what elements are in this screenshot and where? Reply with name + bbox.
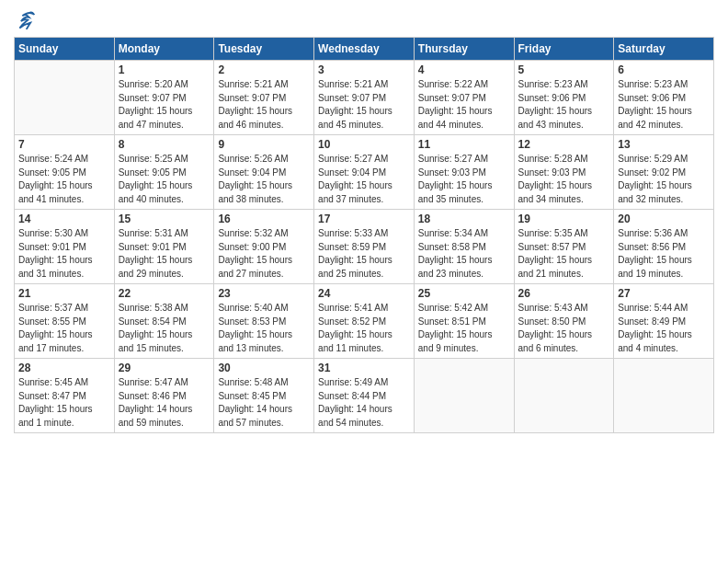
header — [14, 9, 714, 29]
day-number: 14 — [18, 213, 110, 225]
day-number: 26 — [518, 287, 610, 300]
day-info: Sunrise: 5:32 AM Sunset: 9:00 PM Dayligh… — [218, 227, 310, 281]
day-info: Sunrise: 5:33 AM Sunset: 8:59 PM Dayligh… — [318, 227, 410, 281]
day-number: 28 — [18, 362, 110, 374]
day-info: Sunrise: 5:31 AM Sunset: 9:01 PM Dayligh… — [119, 227, 210, 281]
day-number: 25 — [418, 287, 510, 300]
day-info: Sunrise: 5:37 AM Sunset: 8:55 PM Dayligh… — [18, 302, 110, 355]
day-number: 5 — [518, 63, 610, 76]
day-info: Sunrise: 5:20 AM Sunset: 9:07 PM Dayligh… — [119, 78, 210, 132]
day-number: 1 — [119, 63, 210, 76]
weekday-header-thursday: Thursday — [414, 38, 514, 61]
calendar-cell: 29Sunrise: 5:47 AM Sunset: 8:46 PM Dayli… — [114, 359, 214, 433]
day-number: 2 — [218, 63, 310, 76]
calendar-cell: 28Sunrise: 5:45 AM Sunset: 8:47 PM Dayli… — [15, 359, 115, 433]
calendar-cell: 16Sunrise: 5:32 AM Sunset: 9:00 PM Dayli… — [214, 210, 314, 284]
calendar-week-4: 28Sunrise: 5:45 AM Sunset: 8:47 PM Dayli… — [15, 359, 714, 433]
day-info: Sunrise: 5:35 AM Sunset: 8:57 PM Dayligh… — [518, 227, 610, 281]
calendar-cell: 15Sunrise: 5:31 AM Sunset: 9:01 PM Dayli… — [114, 210, 214, 284]
calendar-cell: 11Sunrise: 5:27 AM Sunset: 9:03 PM Dayli… — [414, 135, 514, 210]
day-number: 6 — [618, 63, 710, 76]
calendar-cell: 24Sunrise: 5:41 AM Sunset: 8:52 PM Dayli… — [314, 284, 415, 359]
calendar-cell: 19Sunrise: 5:35 AM Sunset: 8:57 PM Dayli… — [514, 210, 614, 284]
day-number: 3 — [318, 63, 410, 76]
day-number: 21 — [18, 287, 110, 300]
day-number: 22 — [119, 287, 210, 300]
day-info: Sunrise: 5:40 AM Sunset: 8:53 PM Dayligh… — [218, 302, 310, 355]
calendar-cell: 27Sunrise: 5:44 AM Sunset: 8:49 PM Dayli… — [614, 284, 714, 359]
day-number: 12 — [518, 138, 610, 151]
calendar-cell: 8Sunrise: 5:25 AM Sunset: 9:05 PM Daylig… — [114, 135, 214, 210]
calendar-cell: 23Sunrise: 5:40 AM Sunset: 8:53 PM Dayli… — [214, 284, 314, 359]
day-info: Sunrise: 5:34 AM Sunset: 8:58 PM Dayligh… — [418, 227, 510, 281]
day-number: 23 — [218, 287, 310, 300]
calendar-cell: 1Sunrise: 5:20 AM Sunset: 9:07 PM Daylig… — [114, 61, 214, 135]
day-info: Sunrise: 5:22 AM Sunset: 9:07 PM Dayligh… — [418, 78, 510, 132]
weekday-header-tuesday: Tuesday — [214, 38, 314, 61]
day-info: Sunrise: 5:48 AM Sunset: 8:45 PM Dayligh… — [218, 376, 310, 430]
day-info: Sunrise: 5:25 AM Sunset: 9:05 PM Dayligh… — [119, 153, 210, 206]
logo-bird-icon — [16, 9, 36, 29]
weekday-header-friday: Friday — [514, 38, 614, 61]
weekday-header-monday: Monday — [114, 38, 214, 61]
calendar-week-0: 1Sunrise: 5:20 AM Sunset: 9:07 PM Daylig… — [15, 61, 714, 135]
day-number: 11 — [418, 138, 510, 151]
day-info: Sunrise: 5:30 AM Sunset: 9:01 PM Dayligh… — [18, 227, 110, 281]
weekday-header-row: SundayMondayTuesdayWednesdayThursdayFrid… — [15, 38, 714, 61]
day-number: 9 — [218, 138, 310, 151]
day-info: Sunrise: 5:28 AM Sunset: 9:03 PM Dayligh… — [518, 153, 610, 206]
day-info: Sunrise: 5:24 AM Sunset: 9:05 PM Dayligh… — [18, 153, 110, 206]
day-number: 4 — [418, 63, 510, 76]
day-number: 24 — [318, 287, 410, 300]
day-info: Sunrise: 5:47 AM Sunset: 8:46 PM Dayligh… — [119, 376, 210, 430]
day-info: Sunrise: 5:43 AM Sunset: 8:50 PM Dayligh… — [518, 302, 610, 355]
day-info: Sunrise: 5:21 AM Sunset: 9:07 PM Dayligh… — [318, 78, 410, 132]
day-number: 31 — [318, 362, 410, 374]
calendar-cell — [414, 359, 514, 433]
day-info: Sunrise: 5:27 AM Sunset: 9:03 PM Dayligh… — [418, 153, 510, 206]
calendar-cell — [514, 359, 614, 433]
logo — [14, 9, 37, 29]
day-number: 20 — [618, 213, 710, 225]
calendar-cell: 25Sunrise: 5:42 AM Sunset: 8:51 PM Dayli… — [414, 284, 514, 359]
calendar-cell: 30Sunrise: 5:48 AM Sunset: 8:45 PM Dayli… — [214, 359, 314, 433]
day-info: Sunrise: 5:45 AM Sunset: 8:47 PM Dayligh… — [18, 376, 110, 430]
day-info: Sunrise: 5:42 AM Sunset: 8:51 PM Dayligh… — [418, 302, 510, 355]
day-number: 16 — [218, 213, 310, 225]
calendar-cell — [614, 359, 714, 433]
calendar-cell: 6Sunrise: 5:23 AM Sunset: 9:06 PM Daylig… — [614, 61, 714, 135]
day-number: 27 — [618, 287, 710, 300]
calendar-cell: 26Sunrise: 5:43 AM Sunset: 8:50 PM Dayli… — [514, 284, 614, 359]
day-number: 18 — [418, 213, 510, 225]
day-number: 30 — [218, 362, 310, 374]
calendar-cell — [15, 61, 115, 135]
page-container: SundayMondayTuesdayWednesdayThursdayFrid… — [0, 0, 728, 438]
calendar-week-1: 7Sunrise: 5:24 AM Sunset: 9:05 PM Daylig… — [15, 135, 714, 210]
calendar-cell: 5Sunrise: 5:23 AM Sunset: 9:06 PM Daylig… — [514, 61, 614, 135]
weekday-header-saturday: Saturday — [614, 38, 714, 61]
day-number: 17 — [318, 213, 410, 225]
day-number: 10 — [318, 138, 410, 151]
day-info: Sunrise: 5:44 AM Sunset: 8:49 PM Dayligh… — [618, 302, 710, 355]
calendar-cell: 22Sunrise: 5:38 AM Sunset: 8:54 PM Dayli… — [114, 284, 214, 359]
calendar-cell: 10Sunrise: 5:27 AM Sunset: 9:04 PM Dayli… — [314, 135, 415, 210]
calendar-cell: 3Sunrise: 5:21 AM Sunset: 9:07 PM Daylig… — [314, 61, 415, 135]
calendar-cell: 18Sunrise: 5:34 AM Sunset: 8:58 PM Dayli… — [414, 210, 514, 284]
calendar-cell: 7Sunrise: 5:24 AM Sunset: 9:05 PM Daylig… — [15, 135, 115, 210]
day-info: Sunrise: 5:23 AM Sunset: 9:06 PM Dayligh… — [518, 78, 610, 132]
calendar-cell: 20Sunrise: 5:36 AM Sunset: 8:56 PM Dayli… — [614, 210, 714, 284]
day-info: Sunrise: 5:41 AM Sunset: 8:52 PM Dayligh… — [318, 302, 410, 355]
day-number: 8 — [119, 138, 210, 151]
day-number: 15 — [119, 213, 210, 225]
calendar-cell: 31Sunrise: 5:49 AM Sunset: 8:44 PM Dayli… — [314, 359, 415, 433]
weekday-header-sunday: Sunday — [15, 38, 115, 61]
day-info: Sunrise: 5:21 AM Sunset: 9:07 PM Dayligh… — [218, 78, 310, 132]
calendar-cell: 21Sunrise: 5:37 AM Sunset: 8:55 PM Dayli… — [15, 284, 115, 359]
calendar-cell: 4Sunrise: 5:22 AM Sunset: 9:07 PM Daylig… — [414, 61, 514, 135]
calendar-cell: 17Sunrise: 5:33 AM Sunset: 8:59 PM Dayli… — [314, 210, 415, 284]
calendar-week-3: 21Sunrise: 5:37 AM Sunset: 8:55 PM Dayli… — [15, 284, 714, 359]
calendar-week-2: 14Sunrise: 5:30 AM Sunset: 9:01 PM Dayli… — [15, 210, 714, 284]
day-number: 29 — [119, 362, 210, 374]
calendar-cell: 9Sunrise: 5:26 AM Sunset: 9:04 PM Daylig… — [214, 135, 314, 210]
day-number: 19 — [518, 213, 610, 225]
